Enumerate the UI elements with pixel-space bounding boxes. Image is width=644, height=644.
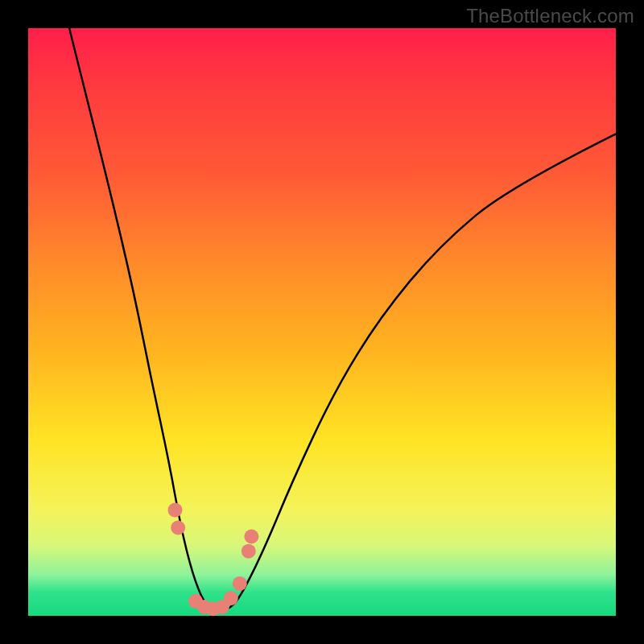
curve-marker	[242, 544, 256, 559]
curve-marker	[233, 576, 247, 591]
plot-area	[28, 28, 616, 616]
curve-layer	[28, 28, 616, 616]
curve-marker	[168, 503, 183, 518]
curve-marker	[171, 521, 185, 535]
curve-marker	[244, 530, 258, 544]
curve-markers	[168, 503, 259, 617]
bottleneck-curve	[69, 28, 616, 610]
watermark-text: TheBottleneck.com	[466, 5, 634, 27]
curve-marker	[224, 591, 238, 605]
chart-frame: TheBottleneck.com	[0, 0, 644, 644]
